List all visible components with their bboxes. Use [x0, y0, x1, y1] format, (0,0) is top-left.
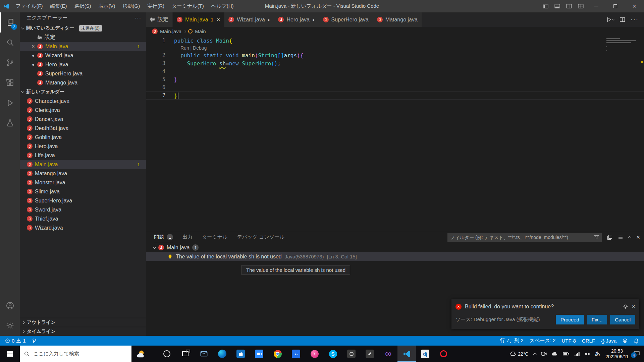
code-line[interactable]: 6	[146, 83, 644, 92]
code-line[interactable]: 7}	[146, 92, 644, 100]
open-editors-header[interactable]: 開いているエディター 未保存 (2)	[20, 23, 146, 33]
problems-filter[interactable]	[447, 233, 602, 242]
open-editor-item[interactable]: ×JMain.java1	[20, 42, 146, 51]
battery-icon[interactable]	[563, 352, 569, 356]
close-icon[interactable]: ×	[29, 44, 37, 50]
menu-item-選択(S)[interactable]: 選択(S)	[71, 0, 95, 12]
news-weather-widget-icon[interactable]	[131, 346, 149, 362]
line-number[interactable]: 1	[146, 38, 174, 44]
taskbar-app-task-view-icon[interactable]	[176, 346, 195, 362]
problems-file-row[interactable]: J Main.java 1	[146, 243, 644, 252]
tab-Hero.java[interactable]: JHero.java●	[274, 12, 319, 27]
file-tree-item[interactable]: JCleric.java	[20, 106, 146, 115]
branch-icon[interactable]	[29, 336, 40, 346]
tab-SuperHero.java[interactable]: JSuperHero.java	[319, 12, 373, 27]
settings-gear-icon[interactable]	[0, 316, 20, 336]
ime-indicator[interactable]: あ	[595, 350, 600, 357]
file-tree-item[interactable]: JWizard.java	[20, 223, 146, 232]
account-icon[interactable]	[0, 296, 20, 316]
menu-item-ファイル(F)[interactable]: ファイル(F)	[12, 0, 47, 12]
line-number[interactable]: 2	[146, 52, 174, 58]
toggle-sidebar-icon[interactable]	[543, 3, 548, 9]
source-control-icon[interactable]	[0, 53, 20, 73]
menu-item-表示(V)[interactable]: 表示(V)	[95, 0, 119, 12]
taskbar-app-opera-icon[interactable]	[434, 346, 453, 362]
maximize-panel-icon[interactable]	[629, 235, 631, 239]
file-tree-item[interactable]: JDancer.java	[20, 115, 146, 124]
clock[interactable]: 20:53 2022/06/11	[605, 348, 629, 360]
taskbar-app-media-player-icon[interactable]: ♪	[305, 346, 324, 362]
taskbar-app-sticky-notes-icon[interactable]	[361, 346, 379, 362]
file-tree-item[interactable]: JSword.java	[20, 205, 146, 214]
open-editor-item[interactable]: 設定	[20, 33, 146, 42]
file-tree-item[interactable]: JSuperHero.java	[20, 196, 146, 205]
cancel-button[interactable]: Cancel	[610, 315, 635, 324]
extensions-icon[interactable]	[0, 73, 20, 93]
collapse-all-icon[interactable]	[607, 235, 612, 240]
taskbar-app-photos-icon[interactable]	[287, 346, 305, 362]
problem-item[interactable]: The value of the local variable sh is no…	[146, 252, 644, 261]
onedrive-icon[interactable]	[552, 352, 558, 356]
code-editor[interactable]: 1public class Main{Run | Debug2 public s…	[146, 36, 644, 100]
taskbar-app-vscode-icon[interactable]	[397, 346, 416, 362]
close-panel-icon[interactable]: ×	[636, 234, 640, 241]
taskbar-app-dj-icon[interactable]: dj	[416, 346, 434, 362]
code-line[interactable]: 3 SuperHero sh=new SuperHero();	[146, 59, 644, 67]
weather-status[interactable]: 22°C	[510, 351, 528, 357]
menu-item-編集(E)[interactable]: 編集(E)	[47, 0, 71, 12]
file-tree-item[interactable]: JLife.java	[20, 151, 146, 160]
file-tree-item[interactable]: JCharacter.java	[20, 97, 146, 106]
problems-status[interactable]: 0 1	[2, 336, 29, 346]
taskbar-app-camera-icon[interactable]	[342, 346, 361, 362]
breadcrumb-symbol[interactable]: Main	[195, 28, 206, 34]
filter-icon[interactable]	[594, 235, 599, 240]
breadcrumb-file[interactable]: Main.java	[160, 28, 181, 34]
menu-item-移動(G)[interactable]: 移動(G)	[119, 0, 144, 12]
explorer-icon[interactable]: 2	[0, 12, 20, 33]
panel-tab-デバッグ コンソール[interactable]: デバッグ コンソール	[237, 231, 284, 243]
code-line[interactable]: 1public class Main{	[146, 37, 644, 45]
more-actions-icon[interactable]: ···	[135, 15, 141, 21]
modified-dot-icon[interactable]: ●	[29, 62, 37, 67]
file-tree-item[interactable]: JMonster.java	[20, 178, 146, 187]
network-icon[interactable]	[574, 352, 580, 356]
run-button[interactable]	[606, 17, 614, 22]
panel-tab-問題[interactable]: 問題1	[154, 231, 173, 243]
close-icon[interactable]: ×	[217, 16, 220, 23]
search-icon[interactable]	[0, 33, 20, 53]
file-tree-item[interactable]: JSlime.java	[20, 187, 146, 196]
tab-Matango.java[interactable]: JMatango.java	[373, 12, 422, 27]
taskbar-app-mail-icon[interactable]	[195, 346, 213, 362]
taskbar-app-chrome-icon[interactable]	[268, 346, 287, 362]
feedback-icon[interactable]	[620, 336, 631, 346]
taskbar-app-store-icon[interactable]	[231, 346, 250, 362]
notification-close-icon[interactable]: ×	[632, 303, 635, 310]
fix-button[interactable]: Fix...	[587, 315, 607, 324]
code-line[interactable]: 2 public static void main(String[]args){	[146, 51, 644, 59]
file-tree-item[interactable]: JGoblin.java	[20, 133, 146, 142]
modified-dot-icon[interactable]: ●	[312, 18, 315, 22]
timeline-section[interactable]: タイムライン	[20, 327, 146, 336]
language-mode[interactable]: {} Java	[598, 336, 620, 346]
panel-tab-出力[interactable]: 出力	[182, 231, 193, 243]
toggle-secondary-sidebar-icon[interactable]	[566, 3, 572, 9]
volume-icon[interactable]	[585, 352, 590, 356]
file-tree-item[interactable]: JHero.java	[20, 142, 146, 151]
start-button[interactable]	[0, 346, 20, 362]
modified-dot-icon[interactable]: ●	[29, 53, 37, 58]
tab-設定[interactable]: 設定	[146, 12, 173, 27]
open-editor-item[interactable]: ●JWizard.java	[20, 51, 146, 60]
cursor-position[interactable]: 行 7、列 2	[497, 336, 527, 346]
taskbar-app-edge-icon[interactable]	[213, 346, 231, 362]
view-as-table-icon[interactable]	[618, 235, 623, 240]
filter-input[interactable]	[450, 235, 592, 240]
menu-item-実行(R)[interactable]: 実行(R)	[144, 0, 168, 12]
indentation[interactable]: スペース: 2	[527, 336, 559, 346]
taskbar-app-cortana-icon[interactable]	[158, 346, 176, 362]
close-button[interactable]: ×	[625, 0, 644, 12]
minimize-button[interactable]	[587, 0, 606, 12]
folder-header[interactable]: 新しいフォルダー	[20, 87, 146, 97]
proceed-button[interactable]: Proceed	[556, 315, 584, 324]
toggle-panel-icon[interactable]	[554, 3, 560, 9]
meet-now-icon[interactable]	[541, 352, 547, 356]
